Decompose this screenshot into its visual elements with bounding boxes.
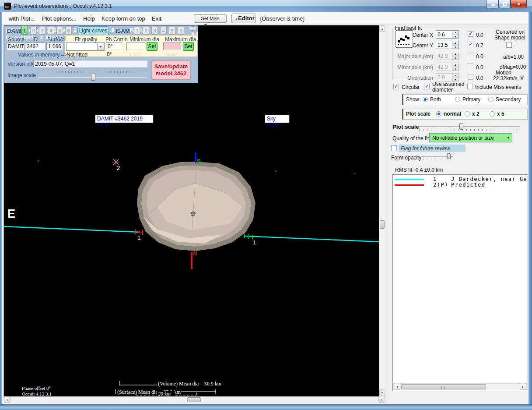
- isam-model-button-4[interactable]: 4: [160, 27, 167, 35]
- observations-list[interactable]: 1 J Bardecker, near Ga 2(P) Predicted ◄ …: [392, 174, 528, 391]
- max-dia-set-button[interactable]: Set: [183, 42, 194, 51]
- spin-down-icon[interactable]: ▼: [452, 45, 458, 49]
- spin-down-icon[interactable]: ▼: [452, 35, 458, 39]
- show-both-radio[interactable]: [423, 97, 428, 102]
- center-y-spinner[interactable]: 13.5 ▲ ▼: [436, 41, 459, 49]
- surfvol-value-field[interactable]: 1.066: [46, 42, 63, 50]
- damit-model-button-4[interactable]: 4: [48, 27, 54, 35]
- image-scale-slider-thumb[interactable]: [91, 74, 95, 81]
- close-button[interactable]: ✕: [511, 0, 527, 8]
- menu-help[interactable]: Help: [83, 15, 95, 22]
- field-star-dot-1: [38, 160, 39, 162]
- field-star-dot-3: [354, 173, 355, 174]
- scale-x5-label: x 5: [497, 111, 504, 117]
- damit-model-button-6[interactable]: 6: [65, 27, 72, 35]
- min-dia-set-button[interactable]: Set: [147, 42, 158, 51]
- circular-label: Circular: [402, 84, 420, 90]
- scroll-right-icon[interactable]: ►: [520, 384, 526, 390]
- ab-ratio-label: a/b=1.00: [503, 54, 524, 60]
- center-x-spinner[interactable]: 0.6 ▲ ▼: [436, 30, 459, 39]
- menu-exit[interactable]: Exit: [152, 15, 161, 22]
- flag-future-review-checkbox[interactable]: [391, 145, 397, 151]
- max-dia-field[interactable]: [163, 42, 182, 50]
- legend-swatch-chord1: [395, 179, 424, 180]
- source-value-field[interactable]: DAMIT: [6, 42, 24, 50]
- scale-x5-radio[interactable]: [490, 111, 495, 117]
- east-direction-label: E: [7, 207, 15, 221]
- menu-keep-form-on-top[interactable]: Keep form on top: [102, 15, 145, 22]
- damit-model-button-1[interactable]: 1: [21, 27, 28, 35]
- quality-of-fit-dropdown[interactable]: No reliable position or size ▼: [429, 133, 512, 142]
- centered-on-line1: Centered on: [496, 29, 525, 35]
- scroll-down-icon[interactable]: ▼: [379, 389, 385, 396]
- scroll-up-icon[interactable]: ▲: [379, 25, 385, 32]
- damit-model-button-5[interactable]: 5: [56, 27, 63, 35]
- center-x-checkbox[interactable]: ✓: [468, 31, 473, 37]
- minor-axis-value: 42.9: [438, 64, 448, 70]
- spin-down-icon: ▼: [452, 78, 458, 81]
- app-icon: [4, 3, 11, 10]
- minor-axis-checkbox: [468, 64, 473, 69]
- plot-area[interactable]: S N 1 1: [4, 25, 379, 396]
- center-y-checkbox[interactable]: ✓: [468, 42, 473, 47]
- menu-plot-options[interactable]: Plot options...: [42, 15, 77, 22]
- set-miss-times-button[interactable]: Set Miss Times: [194, 14, 227, 23]
- centered-on-shape-model-checkbox[interactable]: [506, 42, 512, 48]
- sky-plane-badge[interactable]: Sky Plane: [265, 115, 290, 123]
- ph-corr-field[interactable]: 0°: [106, 42, 122, 50]
- isam-model-button-6[interactable]: 6: [178, 27, 184, 35]
- plot-horizontal-scrollbar[interactable]: ◄ ►: [4, 396, 385, 403]
- isam-model-button-5[interactable]: 5: [169, 27, 175, 35]
- orientation-rms: 0.0: [476, 75, 483, 81]
- minor-axis-label: Minor axis (km): [396, 64, 433, 71]
- show-secondary-radio[interactable]: [488, 97, 494, 102]
- orientation-label: Orientation: [396, 75, 433, 81]
- scale-normal-radio[interactable]: [436, 111, 441, 117]
- damit-model-button-3[interactable]: 3: [39, 27, 46, 35]
- spin-down-icon: ▼: [452, 56, 458, 60]
- menu-with-plot[interactable]: with Plot...: [9, 15, 35, 22]
- show-primary-radio[interactable]: [455, 97, 460, 102]
- min-dia-field[interactable]: [126, 42, 145, 50]
- circular-checkbox[interactable]: ✓: [393, 84, 399, 89]
- chord1-left-label: 1: [137, 234, 140, 241]
- minimize-button[interactable]: [486, 0, 499, 8]
- vertical-scrollbar-thumb[interactable]: [380, 220, 385, 229]
- id-column-label: ID: [32, 36, 38, 42]
- use-assumed-diameter-checkbox[interactable]: ✓: [424, 84, 430, 89]
- occult-version-label: Occult 4.12.3.1: [22, 391, 52, 396]
- maximize-button[interactable]: [499, 0, 511, 8]
- isam-model-button-1[interactable]: 1: [134, 27, 140, 35]
- spin-up-icon[interactable]: ▲: [452, 31, 458, 35]
- save-update-model-button[interactable]: Save/update model 3462: [151, 60, 191, 80]
- version-info-field[interactable]: 2019-05-07, Q=1: [33, 60, 147, 67]
- legend-swatch-predicted: [395, 184, 424, 186]
- list-horizontal-scrollbar[interactable]: ◄ ►: [393, 383, 527, 390]
- fit-quality-dropdown[interactable]: ▼: [66, 42, 105, 51]
- check-icon: ✓: [394, 84, 398, 89]
- isam-model-button-2[interactable]: 2: [143, 27, 149, 35]
- editor-button[interactable]: →Editor: [231, 14, 256, 23]
- values-in-memory-label: Values in memory =>: [18, 52, 67, 58]
- center-x-value: 0.6: [438, 32, 445, 38]
- show-both-label: Both: [430, 96, 441, 102]
- scale-x2-radio[interactable]: [465, 111, 470, 117]
- spin-up-icon[interactable]: ▲: [452, 41, 458, 45]
- damit-model-button-2[interactable]: 2: [30, 27, 37, 35]
- scroll-right-icon[interactable]: ►: [378, 397, 385, 403]
- scroll-left-icon[interactable]: ◄: [4, 397, 10, 403]
- panel-corner-button[interactable]: [190, 26, 196, 31]
- list-scrollbar-thumb[interactable]: [401, 384, 486, 389]
- id-value-field[interactable]: 3462: [25, 42, 45, 50]
- form-opacity-ticks: [423, 159, 452, 160]
- scroll-left-icon[interactable]: ◄: [394, 384, 400, 390]
- include-miss-events-checkbox[interactable]: [467, 84, 473, 89]
- light-curves-button[interactable]: Light curves: [77, 26, 109, 35]
- plot-scale-slider[interactable]: [419, 126, 520, 127]
- isam-model-button-3[interactable]: 3: [151, 27, 158, 35]
- plot-scale-slider-thumb[interactable]: [459, 123, 463, 130]
- menu-bar: with Plot... Plot options... Help Keep f…: [2, 12, 528, 25]
- plot-vertical-scrollbar[interactable]: ▲ ▼: [379, 25, 385, 396]
- horizontal-scrollbar-thumb[interactable]: [187, 397, 201, 402]
- maximize-icon: [503, 2, 507, 6]
